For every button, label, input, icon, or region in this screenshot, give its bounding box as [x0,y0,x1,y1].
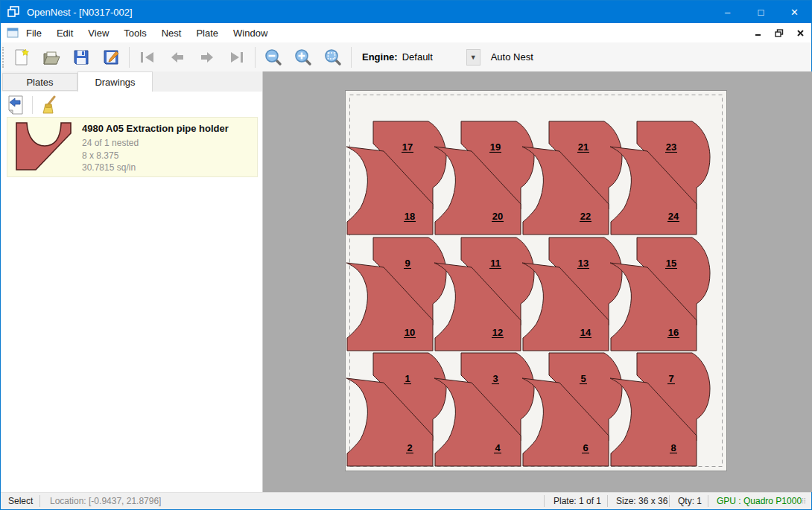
app-window: OpenNest - [N0317-002] – □ ✕ File Edit V… [0,0,812,510]
status-separator [607,495,608,507]
part-number-label: 21 [578,141,589,153]
status-mode: Select [8,496,33,506]
part-number-label: 19 [490,141,501,153]
new-file-button[interactable] [12,48,31,67]
menu-edit[interactable]: Edit [49,24,80,42]
menu-tools[interactable]: Tools [116,24,153,42]
mdi-close-icon[interactable] [792,25,808,40]
left-panel: Plates Drawings [1,71,263,492]
drawing-size: 8 x 8.375 [82,150,229,162]
tab-drawings[interactable]: Drawings [77,71,153,92]
part-number-label: 6 [583,442,588,453]
save-icon [73,49,89,66]
engine-label: Engine: [362,51,398,63]
toolbar-grip[interactable] [2,47,7,68]
part-number-label: 20 [492,211,503,222]
part-number-label: 16 [668,327,679,338]
open-folder-icon [42,49,60,66]
part-number-label: 14 [580,327,591,338]
clear-drawings-button[interactable] [39,95,60,115]
drawing-title: 4980 A05 Extraction pipe holder [82,123,229,134]
maximize-button[interactable]: □ [744,1,778,23]
last-plate-button[interactable] [227,48,247,67]
part-number-label: 3 [492,373,498,384]
import-drawing-button[interactable] [5,95,26,115]
mdi-minimize-icon[interactable] [750,25,767,40]
plate-view[interactable]: 171921231820222491113151012141613572468 [345,90,727,471]
drawing-list-item[interactable]: 4980 A05 Extraction pipe holder 24 of 1 … [7,117,258,177]
nest-canvas[interactable]: 171921231820222491113151012141613572468 [263,71,812,492]
part-number-label: 18 [405,211,415,222]
menu-plate[interactable]: Plate [188,24,226,42]
drawings-toolbar [1,92,262,118]
engine-dropdown-arrow-icon[interactable]: ▼ [466,49,480,66]
first-plate-button[interactable] [138,48,157,67]
part-number-label: 7 [668,373,673,384]
part-number-label: 11 [490,258,501,269]
zoom-fit-icon [324,48,342,66]
status-plate-count: Plate: 1 of 1 [554,496,601,506]
nav-first-icon [139,51,156,64]
tab-plates[interactable]: Plates [2,73,77,91]
part-number-label: 23 [666,141,676,153]
minimize-button[interactable]: – [711,1,744,23]
part-number-label: 2 [407,442,412,453]
part-number-label: 15 [666,258,676,269]
zoom-in-button[interactable] [294,48,313,67]
nav-previous-icon [170,51,185,64]
save-button[interactable] [72,48,91,67]
nav-next-icon [200,51,215,64]
tab-strip: Plates Drawings [1,71,262,92]
mdi-document-icon[interactable] [7,28,19,38]
part-thumbnail [16,122,74,173]
status-bar: Select Location: [-0.9437, 21.8796] Plat… [1,492,811,510]
part-number-label: 24 [668,211,679,222]
part-number-label: 10 [405,327,415,338]
zoom-out-button[interactable] [264,48,283,67]
part-number-label: 17 [402,141,413,153]
app-icon [7,5,21,19]
menu-window[interactable]: Window [226,24,275,42]
status-qty: Qty: 1 [678,496,702,506]
part-number-label: 22 [580,211,591,222]
next-plate-button[interactable] [197,48,217,67]
title-bar: OpenNest - [N0317-002] – □ ✕ [1,1,811,23]
status-separator [708,495,708,507]
status-separator [39,495,40,507]
zoom-fit-button[interactable] [323,48,343,67]
status-gpu: GPU : Quadro P1000 [717,496,802,506]
engine-combobox[interactable]: Default [402,51,466,63]
zoom-in-icon [294,48,312,66]
status-plate-size: Size: 36 x 36 [616,496,667,506]
part-number-label: 9 [405,258,410,269]
toolbar-separator [255,47,256,68]
auto-nest-button[interactable]: Auto Nest [486,48,538,66]
resize-grip[interactable]: ⠿ [801,497,810,506]
toolbar-separator [351,47,352,68]
new-file-icon [13,48,30,66]
menu-bar: File Edit View Tools Nest Plate Window [1,23,811,42]
part-number-label: 1 [405,373,410,384]
part-number-label: 12 [492,327,503,338]
close-button[interactable]: ✕ [778,1,811,23]
open-button[interactable] [42,48,61,67]
status-location: Location: [-0.9437, 21.8796] [50,496,161,506]
part-number-label: 5 [580,373,586,384]
panel-toolbar-separator [32,96,33,114]
save-as-button[interactable] [101,48,121,67]
status-separator [669,495,670,507]
part-number-label: 13 [578,258,589,269]
import-drawing-icon [7,95,25,115]
menu-file[interactable]: File [19,24,49,42]
part-number-label: 4 [495,442,501,453]
main-toolbar: Engine: Default ▼ Auto Nest [1,42,811,71]
toolbar-separator [129,47,130,68]
menu-nest[interactable]: Nest [154,24,189,42]
mdi-restore-icon[interactable] [771,25,787,40]
nav-last-icon [229,51,245,64]
drawing-nested-count: 24 of 1 nested [82,137,229,150]
menu-view[interactable]: View [80,24,116,42]
status-separator [544,495,545,507]
window-title: OpenNest - [N0317-002] [27,7,711,18]
previous-plate-button[interactable] [168,48,187,67]
